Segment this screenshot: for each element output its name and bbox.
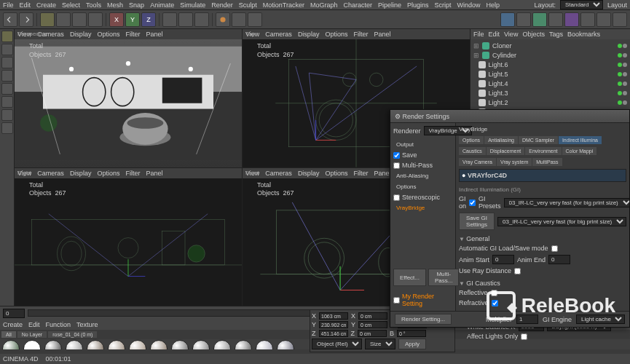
vp-menu-cameras[interactable]: Cameras: [265, 170, 292, 177]
vp-menu-filter[interactable]: Filter: [353, 170, 368, 177]
save-gi-dropdown[interactable]: 03_IR-LC_very very fast (for big print s…: [497, 217, 626, 226]
spline-primitive[interactable]: [516, 12, 531, 27]
mat-tab-rose[interactable]: rose_01_04 (0 m): [48, 331, 97, 338]
menu-tools[interactable]: Tools: [86, 1, 101, 9]
menu-window[interactable]: Window: [457, 1, 481, 9]
menu-character[interactable]: Character: [343, 1, 372, 9]
vp-menu-filter[interactable]: Filter: [125, 31, 140, 38]
menu-mograph[interactable]: MoGraph: [310, 1, 338, 9]
mat-tab-all[interactable]: All: [1, 331, 16, 338]
material-ball[interactable]: VrayAdv: [1, 340, 21, 349]
object-row[interactable]: Light.6: [472, 60, 629, 69]
object-tree[interactable]: ⊞Cloner⊞Cylinder Light.6 Light.5 Light.4…: [470, 39, 630, 112]
menu-edit[interactable]: Edit: [20, 1, 31, 9]
tab-dmc[interactable]: DMC Sampler: [519, 136, 558, 144]
viewport-perspective[interactable]: View Cameras Display Options Filter Pane…: [15, 29, 242, 167]
coord-size[interactable]: Size: [365, 339, 395, 349]
tab-options[interactable]: Options: [459, 136, 484, 144]
material-ball[interactable]: RB_roug: [212, 340, 232, 349]
material-ball[interactable]: VrayAdv: [43, 340, 63, 349]
menu-animate[interactable]: Animate: [150, 1, 174, 9]
vp-menu-panel[interactable]: Panel: [374, 31, 390, 38]
coord-b[interactable]: [397, 330, 426, 337]
coord-x1[interactable]: [319, 312, 348, 320]
scale-tool[interactable]: [72, 12, 87, 27]
render-view-button[interactable]: [216, 12, 230, 27]
model-mode[interactable]: [1, 31, 13, 42]
vp-menu-options[interactable]: Options: [97, 170, 119, 177]
gi-on-check[interactable]: [469, 199, 476, 206]
vp-menu-cameras[interactable]: Cameras: [37, 170, 64, 177]
material-ball[interactable]: VrayAdv: [127, 340, 148, 349]
my-render-check[interactable]: [393, 297, 400, 304]
workplane-mode[interactable]: [1, 122, 13, 134]
multipass-button[interactable]: Multi-Pass...: [428, 269, 459, 286]
menu-file[interactable]: File: [3, 1, 14, 9]
vp-menu-panel[interactable]: Panel: [374, 170, 390, 177]
object-row[interactable]: Light.5: [472, 69, 629, 79]
rd-options[interactable]: Options: [393, 182, 452, 191]
viewport-right[interactable]: View Cameras Display Options Filter Pane…: [15, 168, 242, 306]
menu-snap[interactable]: Snap: [129, 1, 144, 9]
menu-plugins[interactable]: Plugins: [407, 1, 429, 9]
vp-menu-panel[interactable]: Panel: [146, 31, 162, 38]
object-row[interactable]: Light.4: [472, 79, 629, 88]
tab-antialiasing[interactable]: Antialiasing: [484, 136, 518, 144]
tab-colormap[interactable]: Color Mappi: [562, 147, 597, 155]
object-mode[interactable]: [1, 44, 13, 55]
undo-button[interactable]: [3, 12, 17, 27]
auto-gi-check[interactable]: [551, 245, 558, 252]
rd-output[interactable]: Output: [393, 140, 452, 149]
dialog-titlebar[interactable]: ⚙ Render Settings: [390, 110, 629, 123]
snap-tool[interactable]: [178, 12, 193, 27]
menu-script[interactable]: Script: [435, 1, 452, 9]
coord-tool[interactable]: [162, 12, 177, 27]
menu-motiontracker[interactable]: MotionTracker: [263, 1, 304, 9]
menu-sculpt[interactable]: Sculpt: [239, 1, 257, 9]
vp-menu-options[interactable]: Options: [325, 170, 347, 177]
vp-menu-cameras[interactable]: Cameras: [265, 31, 292, 38]
light-tool[interactable]: [613, 12, 627, 27]
mat-tab-nolayer[interactable]: No Layer: [17, 331, 47, 338]
object-row[interactable]: Light.2: [472, 98, 629, 107]
vp-menu-display[interactable]: Display: [70, 170, 92, 177]
save-gi-button[interactable]: Save GI Settings: [459, 213, 495, 230]
menu-help[interactable]: Help: [487, 1, 500, 9]
tool-y[interactable]: Y: [125, 12, 140, 27]
material-ball[interactable]: VrayAdv: [85, 340, 106, 349]
generator-tool[interactable]: [548, 12, 563, 27]
menu-render[interactable]: Render: [211, 1, 233, 9]
vp-menu-display[interactable]: Display: [298, 170, 320, 177]
mat-edit[interactable]: Edit: [28, 321, 40, 328]
tab-system[interactable]: Vray system: [497, 158, 532, 166]
edge-mode[interactable]: [1, 83, 13, 95]
om-file[interactable]: File: [473, 31, 484, 38]
coord-y1[interactable]: [319, 321, 348, 328]
tab-indirect[interactable]: Indirect Illumina: [559, 136, 602, 144]
tab-caustics[interactable]: Caustics: [459, 147, 486, 155]
select-tool[interactable]: [40, 12, 55, 27]
material-ball[interactable]: RB_glas: [254, 340, 275, 349]
coord-apply[interactable]: Apply: [398, 339, 426, 349]
texture-mode[interactable]: [1, 109, 13, 121]
affect-lights-check[interactable]: [521, 333, 527, 340]
material-ball[interactable]: Metal_c: [64, 340, 84, 349]
om-objects[interactable]: Objects: [522, 31, 545, 38]
object-row[interactable]: ⊞Cloner: [472, 41, 629, 50]
layout-link[interactable]: Layout: [607, 1, 627, 9]
material-ball[interactable]: VrayAdv: [106, 340, 127, 349]
vp-menu-display[interactable]: Display: [298, 31, 320, 38]
my-render-setting[interactable]: My Render Setting: [402, 293, 452, 307]
tab-camera[interactable]: Vray Camera: [459, 158, 496, 166]
vp-menu-panel[interactable]: Panel: [146, 170, 162, 177]
tab-displacement[interactable]: Displacement: [487, 147, 524, 155]
material-ball[interactable]: RB_susk: [191, 340, 211, 349]
timeline-start[interactable]: [3, 309, 25, 318]
render-settings-button[interactable]: [248, 12, 262, 27]
redo-button[interactable]: [19, 12, 34, 27]
coord-z2[interactable]: [358, 330, 387, 337]
om-edit[interactable]: Edit: [489, 31, 500, 38]
coord-x2[interactable]: [358, 312, 387, 320]
tool-z[interactable]: Z: [141, 12, 156, 27]
anim-start-input[interactable]: [492, 255, 514, 264]
